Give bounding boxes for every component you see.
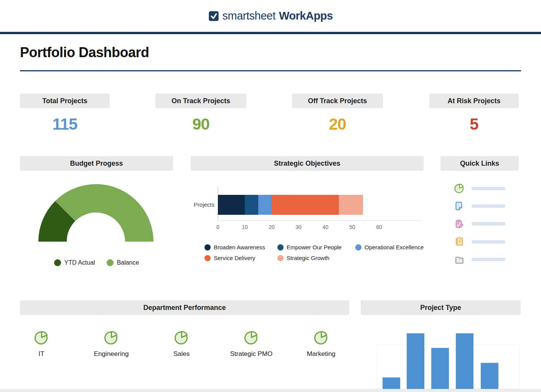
header-divider xyxy=(0,32,541,34)
notebook-icon xyxy=(454,236,465,247)
clipboard-edit-icon xyxy=(454,219,465,229)
section-chip-departments: Department Performance xyxy=(20,300,349,315)
project-type-chart xyxy=(361,322,521,389)
department-item-sales: Sales xyxy=(151,330,212,358)
x-axis-tick-label: 0 xyxy=(216,224,219,230)
stat-value-at-risk: 5 xyxy=(429,115,519,133)
legend-dot-icon xyxy=(205,244,211,250)
quick-link-item[interactable] xyxy=(454,254,505,265)
pie-chart-icon xyxy=(34,330,49,345)
stat-value-off-track: 20 xyxy=(292,115,383,133)
stat-chip-off-track: Off Track Projects xyxy=(292,94,383,108)
strategic-legend-item: Service Delivery xyxy=(205,255,255,261)
folder-icon xyxy=(454,254,465,265)
strategic-y-category-label: Projects xyxy=(194,201,214,208)
pie-chart-icon xyxy=(174,330,189,345)
brand-workapps: WorkApps xyxy=(279,10,333,22)
stacked-segment-strategic-growth xyxy=(339,195,363,215)
strategic-legend-item: Operational Excellence xyxy=(355,244,424,250)
section-chip-strategic: Strategic Objectives xyxy=(191,156,424,171)
stacked-segment-empower-our-people xyxy=(245,195,258,215)
stacked-segment-broaden-awareness xyxy=(218,195,245,215)
gauge-legend-item: Balance xyxy=(107,259,139,266)
project-type-bar xyxy=(481,363,498,389)
quick-link-text-bar xyxy=(472,222,505,226)
app-header: smartsheet WorkApps xyxy=(0,0,541,32)
brand-smartsheet: smartsheet xyxy=(223,10,275,22)
legend-label: Empower Our People xyxy=(287,244,341,250)
stacked-segment-service-delivery xyxy=(272,195,339,215)
section-chip-project-type: Project Type xyxy=(361,300,521,315)
legend-dot-icon xyxy=(54,259,61,266)
quick-link-text-bar xyxy=(472,258,505,261)
portfolio-dashboard-page: smartsheet WorkApps Portfolio Dashboard … xyxy=(0,0,541,392)
project-type-bar xyxy=(431,348,449,389)
legend-dot-icon xyxy=(205,255,211,261)
legend-label: YTD Actual xyxy=(64,259,95,266)
quick-link-item[interactable] xyxy=(454,183,505,194)
quick-link-text-bar xyxy=(472,187,505,190)
strategic-x-axis-ticks: 0102030405060 xyxy=(216,224,382,230)
gauge-legend-item: YTD Actual xyxy=(54,259,95,266)
title-divider xyxy=(20,70,521,71)
legend-label: Service Delivery xyxy=(214,255,255,261)
x-axis-tick-label: 30 xyxy=(295,224,302,230)
project-type-bar xyxy=(407,333,424,389)
legend-dot-icon xyxy=(277,244,284,250)
section-chip-budget: Budget Progess xyxy=(20,156,173,171)
x-axis-tick-label: 20 xyxy=(269,224,275,230)
project-type-bar xyxy=(456,333,473,389)
legend-label: Balance xyxy=(117,259,139,266)
quick-link-item[interactable] xyxy=(454,236,505,247)
section-chip-quick-links: Quick Links xyxy=(440,156,519,171)
quick-link-text-bar xyxy=(472,204,505,208)
x-axis-tick-label: 40 xyxy=(322,224,328,230)
stat-value-on-track: 90 xyxy=(155,115,246,133)
project-type-bar xyxy=(383,377,400,389)
department-item-strategic-pmo: Strategic PMO xyxy=(221,330,282,358)
x-axis-tick-label: 10 xyxy=(242,224,248,230)
smartsheet-check-icon xyxy=(208,11,219,21)
legend-dot-icon xyxy=(277,255,284,261)
stat-chip-at-risk: At Risk Projects xyxy=(429,94,519,108)
x-axis-tick-label: 50 xyxy=(349,224,355,230)
bottom-edge-strip xyxy=(0,389,541,392)
pie-chart-icon xyxy=(244,330,259,345)
department-label: IT xyxy=(38,350,44,358)
department-label: Marketing xyxy=(307,350,336,358)
pie-chart-icon xyxy=(313,330,329,345)
department-item-it: IT xyxy=(11,330,72,358)
department-label: Engineering xyxy=(94,350,129,358)
pie-chart-icon xyxy=(454,183,465,194)
page-title: Portfolio Dashboard xyxy=(20,44,149,61)
stacked-segment-operational-excellence xyxy=(258,195,272,215)
stat-chip-total: Total Projects xyxy=(20,94,110,108)
legend-dot-icon xyxy=(355,244,361,250)
document-icon xyxy=(454,201,465,211)
legend-label: Operational Excellence xyxy=(365,244,424,250)
quick-link-item[interactable] xyxy=(454,219,505,229)
strategic-legend-item: Strategic Growth xyxy=(277,255,330,261)
quick-link-item[interactable] xyxy=(454,201,505,211)
strategic-legend-item: Broaden Awareness xyxy=(205,244,265,250)
legend-label: Broaden Awareness xyxy=(214,244,265,250)
department-item-marketing: Marketing xyxy=(290,330,352,358)
pie-chart-icon xyxy=(104,330,119,345)
strategic-stacked-bar xyxy=(218,195,363,215)
strategic-objectives-chart: Projects 0102030405060 xyxy=(191,176,424,233)
legend-label: Strategic Growth xyxy=(287,255,330,261)
department-label: Strategic PMO xyxy=(230,350,273,358)
stat-value-total: 115 xyxy=(20,115,110,133)
budget-gauge-legend: YTD ActualBalance xyxy=(20,259,173,266)
stat-chip-on-track: On Track Projects xyxy=(155,94,246,108)
department-item-engineering: Engineering xyxy=(81,330,142,358)
smartsheet-workapps-logo: smartsheet WorkApps xyxy=(208,10,333,22)
department-label: Sales xyxy=(173,350,190,358)
budget-gauge-chart xyxy=(36,183,156,245)
quick-link-text-bar xyxy=(472,240,505,244)
strategic-legend-item: Empower Our People xyxy=(277,244,341,250)
gauge-slice-balance xyxy=(55,184,153,242)
x-axis-tick-label: 60 xyxy=(376,224,382,230)
legend-dot-icon xyxy=(107,259,114,266)
